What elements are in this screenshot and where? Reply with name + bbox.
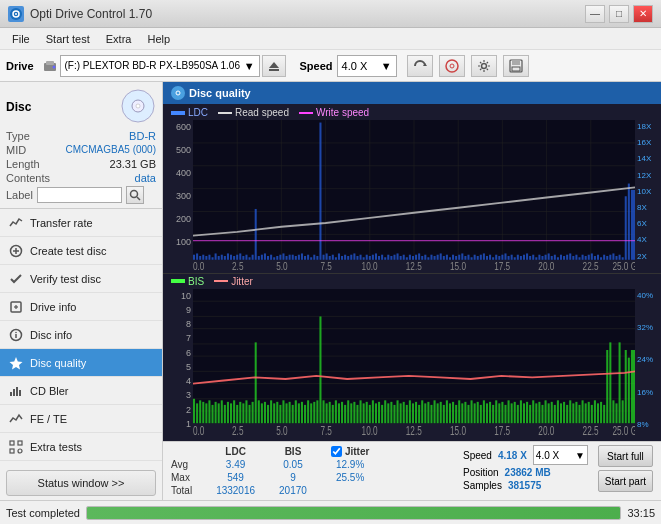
svg-rect-309 [471,400,473,423]
lower-chart-area: 10 9 8 7 6 5 4 3 2 1 [163,289,661,442]
maximize-button[interactable]: □ [609,5,629,23]
create-test-disc-icon [8,243,24,259]
disc-button[interactable] [439,55,465,77]
svg-rect-335 [551,401,553,422]
svg-rect-112 [369,256,371,260]
svg-rect-288 [406,404,408,422]
lower-legend: BIS Jitter [163,273,661,289]
nav-cd-bler[interactable]: CD Bler [0,377,162,405]
nav-fe-te[interactable]: FE / TE [0,405,162,433]
svg-rect-84 [282,253,284,259]
nav-drive-info[interactable]: Drive info [0,293,162,321]
svg-rect-359 [625,350,627,423]
eject-button[interactable] [262,55,286,77]
svg-rect-137 [446,255,448,260]
svg-marker-29 [10,357,23,370]
jitter-color [214,280,228,282]
svg-rect-280 [381,404,383,422]
svg-rect-78 [264,253,266,259]
svg-rect-162 [523,255,525,260]
svg-point-18 [130,191,137,198]
nav-verify-test-disc[interactable]: Verify test disc [0,265,162,293]
svg-rect-291 [415,401,417,422]
save-button[interactable] [503,55,529,77]
sidebar: Disc Type BD-R MID CMCMAGBA5 (000) Leng [0,82,163,500]
svg-rect-151 [489,255,491,260]
svg-rect-289 [409,400,411,423]
svg-rect-154 [498,256,500,260]
menu-extra[interactable]: Extra [98,31,140,47]
start-full-button[interactable]: Start full [598,445,653,467]
svg-rect-300 [443,404,445,422]
charts-area: LDC Read speed Write speed 600 500 400 [163,104,661,441]
svg-rect-111 [366,255,368,260]
svg-rect-272 [356,404,358,422]
label-search-button[interactable] [126,186,144,204]
close-button[interactable]: ✕ [633,5,653,23]
svg-rect-94 [313,255,315,260]
speed-select[interactable]: 4.0 X ▼ [337,55,397,77]
svg-text:17.5: 17.5 [494,261,510,272]
nav-extra-tests[interactable]: Extra tests [0,433,162,461]
svg-text:0.0: 0.0 [193,261,204,272]
svg-rect-148 [480,255,482,260]
svg-rect-182 [585,256,587,260]
svg-rect-104 [344,255,346,260]
status-window-button[interactable]: Status window >> [6,470,156,496]
svg-rect-83 [279,255,281,260]
menu-file[interactable]: File [4,31,38,47]
svg-rect-196 [628,184,630,260]
svg-rect-75 [255,209,257,260]
nav-cd-bler-label: CD Bler [30,385,69,397]
svg-rect-101 [335,257,337,260]
start-part-button[interactable]: Start part [598,470,653,492]
ldc-legend: LDC [171,107,208,118]
speed-info-select[interactable]: 4.0 X ▼ [533,445,588,465]
jitter-checkbox[interactable] [331,446,342,457]
svg-rect-81 [273,257,275,260]
svg-rect-58 [202,255,204,260]
svg-rect-107 [353,253,355,259]
disc-mid-key: MID [6,144,26,156]
svg-rect-296 [430,404,432,422]
extra-tests-icon [8,439,24,455]
statusbar: Test completed 33:15 [0,500,661,524]
position-val: 23862 MB [505,467,551,478]
svg-rect-152 [492,257,494,260]
svg-rect-229 [224,404,226,422]
svg-point-10 [450,64,454,68]
svg-rect-355 [612,400,614,423]
svg-rect-189 [606,256,608,260]
svg-rect-177 [569,253,571,259]
nav-create-test-disc[interactable]: Create test disc [0,237,162,265]
refresh-button[interactable] [407,55,433,77]
disc-panel: Disc Type BD-R MID CMCMAGBA5 (000) Leng [0,82,162,209]
disc-quality-title: Disc quality [189,87,251,99]
drive-select[interactable]: (F:) PLEXTOR BD-R PX-LB950SA 1.06 ▼ [60,55,260,77]
svg-rect-69 [236,255,238,260]
avg-label: Avg [171,458,204,471]
settings-button[interactable] [471,55,497,77]
svg-rect-77 [261,255,263,260]
svg-rect-329 [532,400,534,423]
titlebar: Opti Drive Control 1.70 — □ ✕ [0,0,661,28]
svg-rect-360 [628,357,630,423]
menu-help[interactable]: Help [139,31,178,47]
minimize-button[interactable]: — [585,5,605,23]
bis-avg: 0.05 [267,458,319,471]
nav-transfer-rate[interactable]: Transfer rate [0,209,162,237]
svg-rect-321 [508,400,510,423]
svg-rect-128 [418,253,420,259]
svg-rect-14 [512,67,520,71]
time-display: 33:15 [627,507,655,519]
svg-rect-175 [563,256,565,260]
menu-start-test[interactable]: Start test [38,31,98,47]
svg-rect-345 [582,400,584,423]
svg-rect-302 [449,403,451,423]
svg-rect-136 [443,256,445,260]
svg-rect-97 [323,255,325,260]
nav-disc-info[interactable]: Disc info [0,321,162,349]
nav-disc-quality[interactable]: Disc quality [0,349,162,377]
svg-rect-164 [529,256,531,260]
label-input[interactable] [37,187,122,203]
